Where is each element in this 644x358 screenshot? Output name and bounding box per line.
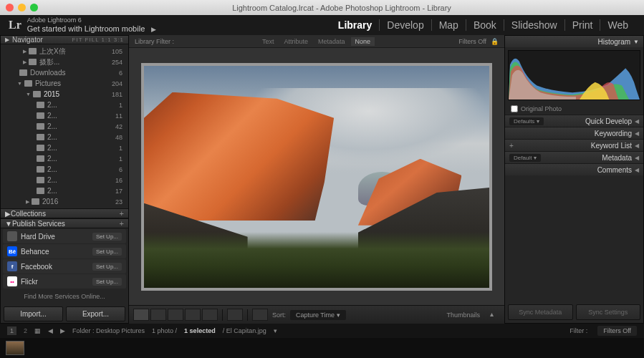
survey-view-button[interactable]: [185, 309, 201, 321]
folder-row[interactable]: 2...1: [1, 153, 128, 164]
comments-header[interactable]: Comments ◀: [505, 163, 643, 175]
filter-tab-text[interactable]: Text: [258, 37, 279, 46]
folder-row[interactable]: 2...6: [1, 164, 128, 175]
app-logo: Lr: [9, 19, 21, 32]
quick-develop-preset[interactable]: Defaults ▾: [509, 117, 544, 125]
grid-icon[interactable]: ▦: [34, 327, 41, 334]
folder-row[interactable]: 2...17: [1, 185, 128, 196]
add-publish-service-button[interactable]: +: [120, 219, 124, 228]
publish-service-item[interactable]: Hard DriveSet Up...: [3, 229, 126, 243]
disclosure-icon: ▶: [5, 210, 11, 218]
people-view-button[interactable]: [202, 309, 218, 321]
metadata-header[interactable]: Default ▾ Metadata ◀: [505, 151, 643, 163]
caret-icon: ◀: [635, 118, 639, 125]
setup-button[interactable]: Set Up...: [92, 278, 122, 286]
thumbnails-label: Thumbnails: [446, 311, 480, 319]
export-button[interactable]: Export...: [66, 306, 125, 321]
folder-row[interactable]: ▼2015181: [1, 89, 128, 100]
window-title: Lightroom Catalog.lrcat - Adobe Photosho…: [45, 4, 638, 12]
folder-row[interactable]: 2...11: [1, 110, 128, 121]
module-book[interactable]: Book: [466, 19, 504, 31]
setup-button[interactable]: Set Up...: [92, 248, 122, 256]
filmstrip-thumbnail[interactable]: [6, 341, 24, 355]
compare-view-button[interactable]: [168, 309, 183, 321]
module-develop[interactable]: Develop: [380, 19, 431, 31]
sync-metadata-button[interactable]: Sync Metadata: [508, 304, 573, 320]
folder-row[interactable]: 2...42: [1, 121, 128, 132]
chevron-down-icon[interactable]: ▾: [274, 327, 277, 334]
folder-row[interactable]: ▼Pictures204: [1, 78, 128, 89]
filmstrip-filter-dropdown[interactable]: Filters Off: [597, 326, 637, 336]
caret-icon: ◀: [635, 167, 639, 173]
navigator-header[interactable]: ▶ Navigator FIT FILL 1:1 3:1: [1, 36, 128, 44]
folder-row[interactable]: ▶上次X倍105: [1, 46, 128, 57]
forward-button[interactable]: ▶: [60, 327, 65, 334]
folder-row[interactable]: ▶201623: [1, 196, 128, 207]
filter-tab-none[interactable]: None: [351, 37, 375, 46]
publish-service-item[interactable]: fFacebookSet Up...: [3, 259, 126, 274]
grid-view-button[interactable]: [133, 309, 149, 321]
second-window-button[interactable]: 1: [7, 326, 16, 335]
add-keyword-button[interactable]: +: [509, 142, 514, 150]
setup-button[interactable]: Set Up...: [92, 233, 122, 241]
module-map[interactable]: Map: [432, 19, 466, 31]
folder-row[interactable]: 2...48: [1, 132, 128, 142]
sort-dropdown[interactable]: Capture Time ▾: [290, 310, 346, 320]
folder-row[interactable]: Downloads6: [1, 67, 128, 78]
navigator-zoom-options[interactable]: FIT FILL 1:1 3:1: [72, 37, 124, 43]
sync-settings-button[interactable]: Sync Settings: [576, 304, 641, 320]
filter-status[interactable]: Filters Off: [458, 38, 486, 45]
second-window-toggle[interactable]: 2: [24, 327, 27, 334]
close-window-button[interactable]: [6, 4, 14, 11]
metadata-preset[interactable]: Default ▾: [509, 154, 541, 162]
service-name: Hard Drive: [21, 233, 55, 241]
folder-count: 16: [115, 177, 122, 184]
loupe-view-button[interactable]: [150, 309, 166, 321]
module-slideshow[interactable]: Slideshow: [504, 19, 565, 31]
histogram-title: Histogram: [598, 38, 631, 46]
setup-button[interactable]: Set Up...: [92, 263, 122, 271]
module-web[interactable]: Web: [600, 19, 635, 31]
navigator-title: Navigator: [12, 36, 43, 44]
loupe-view[interactable]: [129, 48, 504, 305]
folder-row[interactable]: 2...1: [1, 142, 128, 153]
quick-develop-header[interactable]: Defaults ▾ Quick Develop ◀: [505, 115, 643, 127]
find-more-services-link[interactable]: Find More Services Online...: [1, 289, 128, 304]
keywording-header[interactable]: Keywording ◀: [505, 127, 643, 139]
histogram-header[interactable]: Histogram ▼: [505, 36, 643, 47]
folder-icon: [37, 134, 44, 140]
publish-services-header[interactable]: ▼ Publish Services +: [1, 218, 128, 228]
publish-service-item[interactable]: BēBehanceSet Up...: [3, 244, 126, 258]
filmstrip[interactable]: [0, 338, 644, 358]
folder-row[interactable]: 2...16: [1, 175, 128, 185]
original-photo-input[interactable]: [511, 105, 518, 112]
import-button[interactable]: Import...: [4, 306, 63, 321]
keyword-list-header[interactable]: + Keyword List ◀: [505, 139, 643, 151]
back-button[interactable]: ◀: [48, 327, 53, 334]
folder-count: 42: [115, 123, 122, 130]
filter-tab-metadata[interactable]: Metadata: [314, 37, 350, 46]
mobile-tagline[interactable]: Get started with Lightroom mobile: [27, 24, 145, 33]
add-collection-button[interactable]: +: [120, 209, 124, 218]
publish-service-item[interactable]: ••FlickrSet Up...: [3, 274, 126, 289]
disclosure-icon: ▶: [5, 37, 9, 43]
histogram-display[interactable]: [508, 50, 640, 100]
zoom-window-button[interactable]: [30, 4, 38, 11]
lock-icon[interactable]: 🔒: [491, 38, 499, 45]
folder-row[interactable]: ▶摄影...254: [1, 57, 128, 67]
collections-header[interactable]: ▶ Collections +: [1, 208, 128, 218]
right-panel: Histogram ▼ Original Photo Defaults ▾ Qu…: [504, 35, 644, 324]
sort-direction-button[interactable]: [252, 309, 268, 321]
folder-count: 17: [115, 188, 122, 195]
painter-tool-button[interactable]: [227, 309, 243, 321]
current-filename: / El Capitan.jpg: [223, 327, 266, 334]
filter-tab-attribute[interactable]: Attribute: [280, 37, 313, 46]
original-photo-checkbox[interactable]: Original Photo: [505, 103, 643, 115]
minimize-window-button[interactable]: [18, 4, 26, 11]
folder-row[interactable]: 2...1: [1, 100, 128, 110]
module-library[interactable]: Library: [331, 19, 380, 31]
source-folder[interactable]: Folder : Desktop Pictures: [72, 327, 145, 334]
module-print[interactable]: Print: [565, 19, 601, 31]
thumbnail-size-slider[interactable]: ▴: [490, 310, 500, 320]
folder-name: 2...: [47, 122, 57, 130]
